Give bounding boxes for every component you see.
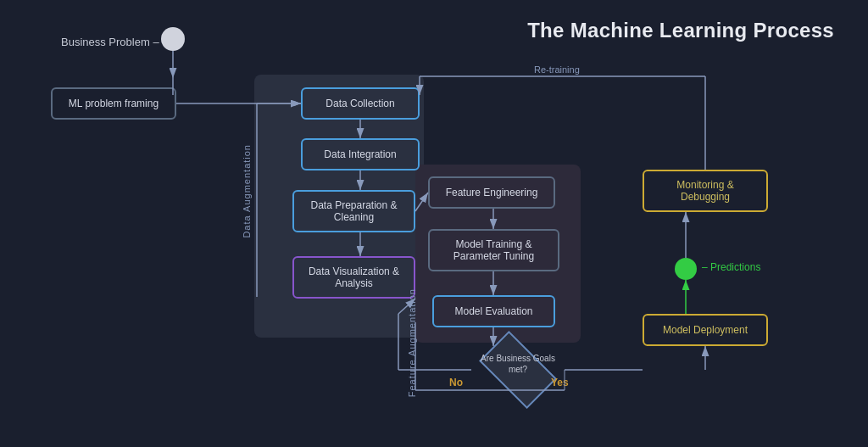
predictions-label: – Predictions bbox=[702, 261, 760, 273]
model-deployment-node: Model Deployment bbox=[643, 314, 768, 346]
model-evaluation-node: Model Evaluation bbox=[432, 295, 555, 327]
business-problem-label: Business Problem – bbox=[61, 36, 159, 48]
no-label: No bbox=[449, 377, 463, 388]
page-title: The Machine Learning Process bbox=[527, 19, 834, 42]
monitoring-node: Monitoring & Debugging bbox=[643, 170, 768, 212]
predictions-circle bbox=[675, 258, 697, 280]
retraining-label: Re-training bbox=[534, 64, 580, 75]
model-training-node: Model Training & Parameter Tuning bbox=[428, 229, 559, 271]
data-preparation-node: Data Preparation & Cleaning bbox=[292, 190, 415, 232]
data-visualization-node: Data Visualization & Analysis bbox=[292, 256, 415, 299]
diagram: The Machine Learning Process Business Pr… bbox=[0, 0, 868, 447]
data-augmentation-label: Data Augmentation bbox=[242, 144, 252, 238]
ml-framing-node: ML problem framing bbox=[51, 87, 176, 120]
business-problem-circle bbox=[161, 27, 185, 51]
feature-engineering-node: Feature Engineering bbox=[428, 176, 555, 209]
feature-augmentation-label: Feature Augmentation bbox=[407, 288, 417, 397]
data-integration-node: Data Integration bbox=[301, 138, 420, 170]
data-collection-node: Data Collection bbox=[301, 87, 420, 120]
yes-label: Yes bbox=[551, 377, 569, 388]
